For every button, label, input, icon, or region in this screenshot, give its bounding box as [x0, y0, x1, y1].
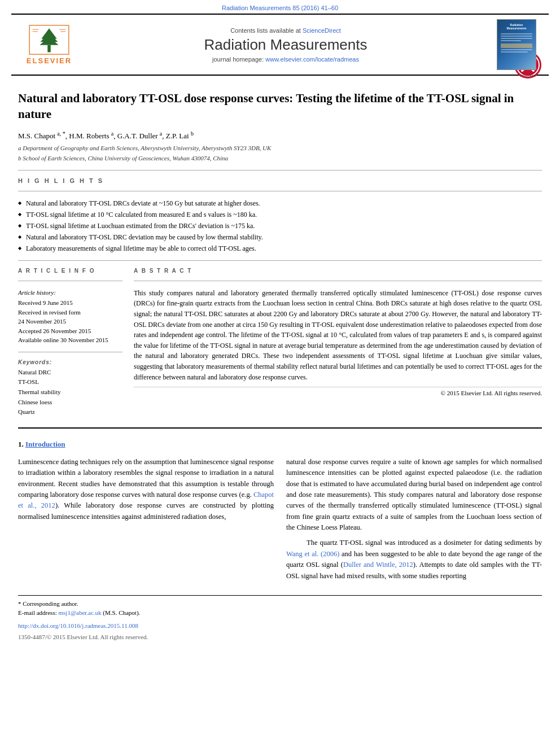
- intro-para-3: The quartz TT-OSL signal was introduced …: [286, 538, 542, 582]
- abstract-label: A B S T R A C T: [134, 268, 542, 274]
- section-number: 1.: [18, 440, 24, 448]
- body-two-column: Luminescence dating techniques rely on t…: [18, 457, 542, 586]
- revised-date: 24 November 2015: [18, 318, 66, 325]
- available-date: Available online 30 November 2015: [18, 337, 108, 343]
- keyword-item: Thermal stability: [18, 387, 123, 397]
- author-roberts: H.M. Roberts: [69, 132, 111, 140]
- abstract-text: This study compares natural and laborato…: [134, 288, 542, 382]
- article-info-label: A R T I C L E I N F O: [18, 268, 123, 274]
- highlights-section: H I G H L I G H T S Natural and laborato…: [18, 177, 542, 261]
- footer-issn: 1350-4487/© 2015 Elsevier Ltd. All right…: [18, 634, 542, 640]
- intro-para-1: Luminescence dating techniques rely on t…: [18, 457, 274, 522]
- section-heading: 1. Introduction: [18, 440, 542, 449]
- keywords-divider: [18, 352, 123, 352]
- cover-decoration: [500, 32, 533, 54]
- history-label: Article history:: [18, 288, 123, 298]
- page-wrapper: Radiation Measurements 85 (2016) 41–60: [0, 0, 560, 747]
- journal-title: Radiation Measurements: [80, 36, 491, 54]
- intro-right-text: natural dose response curves require a s…: [286, 457, 542, 582]
- svg-text:CrossMark: CrossMark: [519, 74, 536, 77]
- info-abstract-section: A R T I C L E I N F O Article history: R…: [18, 268, 542, 417]
- body-col-right: natural dose response curves require a s…: [286, 457, 542, 586]
- doi-link[interactable]: http://dx.doi.org/10.1016/j.radmeas.2015…: [18, 622, 138, 629]
- keyword-item: Natural DRC: [18, 368, 123, 378]
- email-link[interactable]: msj1@aber.ac.uk: [58, 609, 101, 616]
- footer-bottom: http://dx.doi.org/10.1016/j.radmeas.2015…: [18, 622, 542, 629]
- journal-reference: Radiation Measurements 85 (2016) 41–60: [0, 0, 560, 14]
- journal-header: ELSEVIER Contents lists available at Sci…: [11, 14, 549, 76]
- divider-1: [18, 170, 542, 171]
- affiliation-b: b School of Earth Sciences, China Univer…: [18, 154, 542, 163]
- main-divider: [18, 427, 542, 429]
- email-name: (M.S. Chapot).: [103, 609, 140, 616]
- journal-center: Contents lists available at ScienceDirec…: [80, 27, 491, 63]
- duller-wintle-link[interactable]: Duller and Wintle, 2012: [343, 561, 413, 569]
- keywords-label: Keywords:: [18, 359, 123, 365]
- intro-para-2: natural dose response curves require a s…: [286, 457, 542, 534]
- article-title: Natural and laboratory TT-OSL dose respo…: [18, 90, 542, 123]
- cover-title: RadiationMeasurements: [506, 23, 526, 30]
- keyword-item: Chinese loess: [18, 397, 123, 408]
- footnote-section: * Corresponding author. E-mail address: …: [18, 595, 542, 640]
- corresponding-label: * Corresponding author.: [18, 600, 78, 607]
- highlight-item: Laboratory measurements of signal lifeti…: [18, 243, 542, 254]
- journal-ref-text: Radiation Measurements 85 (2016) 41–60: [222, 5, 338, 11]
- journal-cover: RadiationMeasurements: [491, 19, 542, 70]
- abstract-divider: [134, 281, 542, 281]
- footnote-corresponding: * Corresponding author.: [18, 599, 542, 609]
- elsevier-logo: ELSEVIER: [27, 24, 72, 65]
- sciencedirect-label: Contents lists available at ScienceDirec…: [80, 27, 491, 34]
- copyright-notice: © 2015 Elsevier Ltd. All rights reserved…: [134, 387, 542, 396]
- abstract-column: A B S T R A C T This study compares natu…: [134, 268, 542, 417]
- authors-line: M.S. Chapot a, *, H.M. Roberts a, G.A.T.…: [18, 130, 542, 141]
- keyword-item: TT-OSL: [18, 377, 123, 387]
- footnote-email: E-mail address: msj1@aber.ac.uk (M.S. Ch…: [18, 608, 542, 618]
- main-content: CrossMark Natural and laboratory TT-OSL …: [0, 76, 560, 652]
- journal-cover-thumbnail: RadiationMeasurements: [497, 19, 536, 70]
- article-history: Article history: Received 9 June 2015 Re…: [18, 288, 123, 345]
- highlight-item: Natural and laboratory TT-OSL DRCs devia…: [18, 198, 542, 208]
- revised-label: Received in revised form: [18, 309, 81, 316]
- affiliation-a: a Department of Geography and Earth Scie…: [18, 144, 542, 152]
- chapot-2012-link[interactable]: Chapot et al., 2012: [18, 491, 274, 509]
- highlight-item: Natural and laboratory TT-OSL DRC deviat…: [18, 232, 542, 242]
- highlights-top-divider: [18, 191, 542, 191]
- highlight-item: TT-OSL signal lifetime at Luochuan estim…: [18, 221, 542, 231]
- section-title: Introduction: [25, 440, 65, 448]
- elsevier-wordmark: ELSEVIER: [27, 56, 72, 65]
- wang-2006-link[interactable]: Wang et al. (2006): [286, 550, 339, 558]
- body-col-left: Luminescence dating techniques rely on t…: [18, 457, 274, 586]
- received-date: Received 9 June 2015: [18, 299, 73, 306]
- sciencedirect-link[interactable]: ScienceDirect: [303, 27, 341, 34]
- abstract-paragraph: This study compares natural and laborato…: [134, 288, 542, 382]
- journal-homepage: journal homepage: www.elsevier.com/locat…: [80, 56, 491, 63]
- section-introduction: 1. Introduction Luminescence dating tech…: [18, 440, 542, 586]
- highlight-item: TT-OSL signal lifetime at 10 °C calculat…: [18, 209, 542, 220]
- author-chapot: M.S. Chapot: [18, 132, 57, 140]
- highlights-bottom-divider: [18, 260, 542, 261]
- author-lai: Z.P. Lai: [166, 132, 191, 140]
- homepage-link[interactable]: www.elsevier.com/locate/radmeas: [265, 56, 359, 63]
- author-duller: G.A.T. Duller: [117, 132, 160, 140]
- accepted-date: Accepted 26 November 2015: [18, 327, 91, 334]
- elsevier-logo-container: ELSEVIER: [18, 24, 80, 65]
- keywords-list: Natural DRC TT-OSL Thermal stability Chi…: [18, 368, 123, 417]
- keyword-item: Quartz: [18, 407, 123, 417]
- email-label: E-mail address:: [18, 609, 57, 616]
- article-info-divider: [18, 281, 123, 281]
- article-info-column: A R T I C L E I N F O Article history: R…: [18, 268, 123, 417]
- elsevier-tree-icon: [27, 24, 72, 55]
- svg-rect-1: [47, 45, 51, 53]
- intro-left-text: Luminescence dating techniques rely on t…: [18, 457, 274, 522]
- highlights-label: H I G H L I G H T S: [18, 177, 542, 184]
- highlights-list: Natural and laboratory TT-OSL DRCs devia…: [18, 198, 542, 254]
